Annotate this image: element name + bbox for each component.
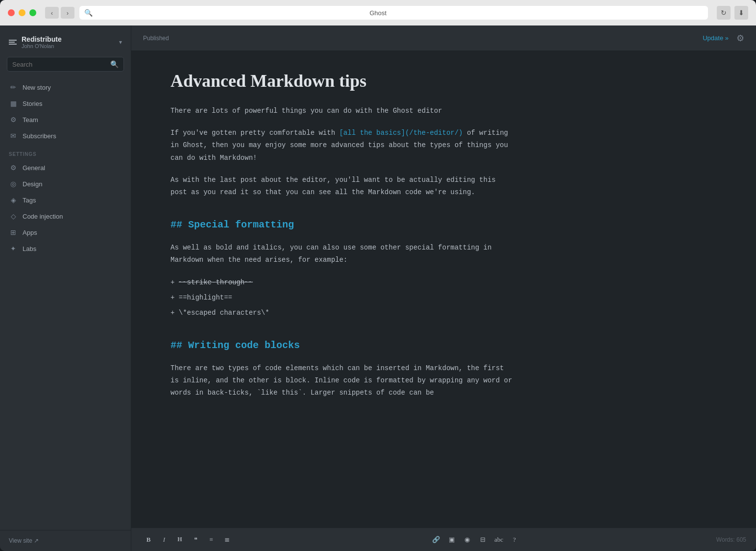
sidebar-brand[interactable]: Redistribute John O'Nolan [9,35,62,49]
columns-button[interactable]: ⊟ [476,533,490,547]
team-icon: ⚙ [9,116,18,124]
traffic-lights [8,9,36,16]
new-story-icon: ✏ [9,83,18,91]
list-ordered-button[interactable]: ≣ [219,533,234,547]
paragraph-2: If you've gotten pretty comfortable with… [171,127,513,164]
sidebar-chevron-icon: ▾ [119,39,122,46]
toolbar-insert-group: 🔗 ▣ ◉ ⊟ abc ? [429,533,522,547]
list-unordered-button[interactable]: ≡ [204,533,219,547]
sidebar-item-label: General [23,164,45,172]
sidebar-item-stories[interactable]: ▦ Stories [4,96,127,111]
list-item-2: + ==highlight== [171,292,513,304]
settings-section-label: SETTINGS [0,144,131,160]
apps-icon: ⊞ [9,228,18,236]
brand-icon-line2 [9,42,15,43]
maximize-button[interactable] [29,9,36,16]
sidebar-item-label: Stories [23,100,42,107]
editor-toolbar: B I H ❝ ≡ ≣ 🔗 ▣ ◉ ⊟ abc ? Words: 605 [131,527,756,551]
paragraph-1: There are lots of powerful things you ca… [171,105,513,117]
toolbar-format-group: B I H ❝ ≡ ≣ [141,533,234,547]
stories-icon: ▦ [9,100,18,107]
minimize-button[interactable] [19,9,25,16]
search-icon: 🔍 [110,60,119,68]
subscribers-icon: ✉ [9,132,18,140]
refresh-button[interactable]: ↻ [717,6,731,20]
brand-name: Redistribute [22,35,62,43]
section2-heading: ## Writing code blocks [171,337,513,354]
brand-icon-line3 [9,44,17,45]
update-button[interactable]: Update » [703,34,729,42]
search-box[interactable]: 🔍 [7,57,124,72]
sidebar-item-label: Design [23,180,42,188]
sidebar-nav: ✏ New story ▦ Stories ⚙ Team ✉ Subscribe… [0,79,131,144]
forward-arrow[interactable]: › [61,7,74,19]
sidebar-item-label: Labs [23,245,36,252]
post-body[interactable]: There are lots of powerful things you ca… [171,105,513,400]
list-item-3: + \*escaped characters\* [171,307,513,319]
editor-link[interactable]: [all the basics](/the-editor/) [339,129,463,137]
sidebar-item-subscribers[interactable]: ✉ Subscribers [4,128,127,144]
section2-body: There are two types of code elements whi… [171,362,513,400]
brand-icon [9,40,17,45]
section1-heading: ## Special formatting [171,216,513,234]
sidebar-item-labs[interactable]: ✦ Labs [4,241,127,256]
brand-text: Redistribute John O'Nolan [22,35,62,49]
sidebar-item-apps[interactable]: ⊞ Apps [4,225,127,240]
sidebar-item-label: Tags [23,197,36,204]
editor-main: Published Update » ⚙ Advanced Markdown t… [131,25,756,551]
tags-icon: ◈ [9,196,18,204]
image-button[interactable]: ▣ [444,533,459,547]
sidebar-item-general[interactable]: ⚙ General [4,160,127,175]
sidebar-item-code-injection[interactable]: ◇ Code injection [4,208,127,224]
code-injection-icon: ◇ [9,212,18,220]
paragraph-3: As with the last post about the editor, … [171,174,513,199]
sidebar-item-label: New story [23,84,51,91]
sidebar-item-design[interactable]: ◎ Design [4,176,127,192]
design-icon: ◎ [9,180,18,188]
brand-icon-line1 [9,40,17,41]
editor-topbar: Published Update » ⚙ [131,25,756,51]
back-arrow[interactable]: ‹ [45,7,59,19]
sidebar-item-tags[interactable]: ◈ Tags [4,192,127,208]
titlebar: ‹ › 🔍 Ghost ↻ ⬇ [0,0,756,25]
italic-button[interactable]: I [157,533,171,547]
sidebar-footer: View site ↗ [0,530,131,551]
nav-arrows: ‹ › [45,7,74,19]
close-button[interactable] [8,9,15,16]
heading-button[interactable]: H [172,533,187,547]
view-site-link[interactable]: View site ↗ [9,537,122,544]
app-body: Redistribute John O'Nolan ▾ 🔍 ✏ New stor… [0,25,756,551]
strikethrough-text: ~~strike-through~~ [179,278,253,286]
app-window: ‹ › 🔍 Ghost ↻ ⬇ Redistrib [0,0,756,551]
settings-gear-icon[interactable]: ⚙ [736,33,744,44]
sidebar-item-new-story[interactable]: ✏ New story [4,79,127,95]
window-title: Ghost [369,9,387,17]
topbar-right: Update » ⚙ [703,33,744,44]
post-title: Advanced Markdown tips [171,71,717,91]
sidebar-item-label: Code injection [23,213,63,220]
sidebar-item-team[interactable]: ⚙ Team [4,112,127,127]
help-button[interactable]: ? [507,533,522,547]
settings-nav: ⚙ General ◎ Design ◈ Tags ◇ Code injecti… [0,160,131,256]
word-count: Words: 605 [716,536,746,543]
link-button[interactable]: 🔗 [429,533,443,547]
sidebar: Redistribute John O'Nolan ▾ 🔍 ✏ New stor… [0,25,131,551]
spell-button[interactable]: abc [491,533,506,547]
sidebar-item-label: Subscribers [23,132,56,140]
editor-content[interactable]: Advanced Markdown tips There are lots of… [131,51,756,527]
download-button[interactable]: ⬇ [734,6,748,20]
sidebar-header: Redistribute John O'Nolan ▾ [0,25,131,57]
quote-button[interactable]: ❝ [188,533,203,547]
search-input[interactable] [12,61,106,68]
url-search-icon: 🔍 [84,9,93,17]
bold-button[interactable]: B [141,533,156,547]
sidebar-item-label: Team [23,116,38,124]
labs-icon: ✦ [9,245,18,252]
list-items: + ~~strike-through~~ + ==highlight== + \… [171,276,513,320]
view-site-label: View site ↗ [9,537,39,544]
url-bar[interactable]: 🔍 [79,6,708,20]
sidebar-item-label: Apps [23,229,37,236]
preview-button[interactable]: ◉ [460,533,475,547]
general-icon: ⚙ [9,164,18,172]
titlebar-right-buttons: ↻ ⬇ [717,6,748,20]
